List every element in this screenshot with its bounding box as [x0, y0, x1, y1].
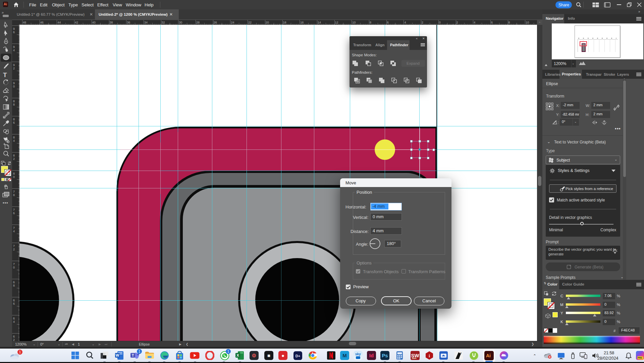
svg-text:W: W: [116, 353, 119, 357]
svg-text:X: X: [236, 353, 239, 357]
svg-text:7: 7: [460, 352, 462, 355]
svg-text:D+: D+: [296, 354, 300, 358]
svg-text:T: T: [132, 353, 134, 357]
svg-text:i: i: [429, 353, 430, 358]
